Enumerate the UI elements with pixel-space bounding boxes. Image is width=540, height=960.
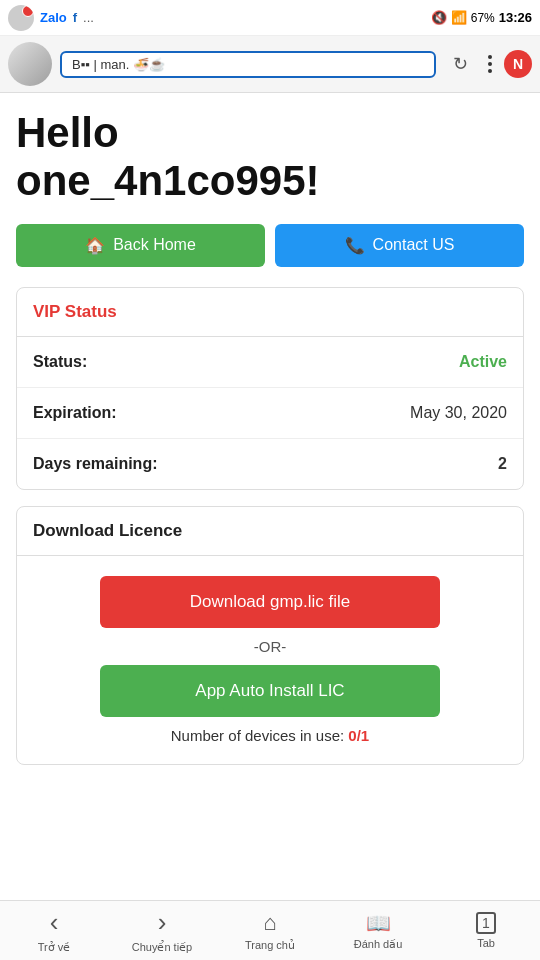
nav-bookmark[interactable]: 📖 Đánh dấu bbox=[324, 911, 432, 951]
contact-us-label: Contact US bbox=[373, 236, 455, 254]
nav-back-icon: ‹ bbox=[50, 907, 59, 938]
browser-bar: B▪▪ | man. 🍜☕ ↻ N bbox=[0, 36, 540, 93]
status-bar: Zalo f ... 🔇 📶 67% 13:26 bbox=[0, 0, 540, 36]
browser-avatar bbox=[8, 42, 52, 86]
back-home-button[interactable]: 🏠 Back Home bbox=[16, 224, 265, 267]
facebook-icon: f bbox=[73, 10, 77, 25]
days-remaining-row: Days remaining: 2 bbox=[17, 439, 523, 489]
profile-avatar bbox=[8, 5, 34, 31]
main-content: Hello one_4n1co995! 🏠 Back Home 📞 Contac… bbox=[0, 93, 540, 857]
nav-back[interactable]: ‹ Trở về bbox=[0, 907, 108, 954]
battery-text: 67% bbox=[471, 11, 495, 25]
devices-value: 0/1 bbox=[348, 727, 369, 744]
reload-button[interactable]: ↻ bbox=[444, 48, 476, 80]
vip-card-header: VIP Status bbox=[17, 288, 523, 337]
nav-forward[interactable]: › Chuyển tiếp bbox=[108, 907, 216, 954]
download-gmp-button[interactable]: Download gmp.lic file bbox=[100, 576, 440, 628]
notification-badge: N bbox=[504, 50, 532, 78]
expiration-label: Expiration: bbox=[33, 404, 117, 422]
download-card-header: Download Licence bbox=[17, 507, 523, 556]
contact-us-button[interactable]: 📞 Contact US bbox=[275, 224, 524, 267]
app-icons: Zalo f ... bbox=[40, 10, 94, 25]
expiration-row: Expiration: May 30, 2020 bbox=[17, 388, 523, 439]
signal-icon: 📶 bbox=[451, 10, 467, 25]
auto-install-button[interactable]: App Auto Install LIC bbox=[100, 665, 440, 717]
zalo-icon: Zalo bbox=[40, 10, 67, 25]
phone-icon: 📞 bbox=[345, 236, 365, 255]
action-buttons: 🏠 Back Home 📞 Contact US bbox=[16, 224, 524, 267]
mute-icon: 🔇 bbox=[431, 10, 447, 25]
nav-tab-icon: 1 bbox=[476, 912, 496, 934]
nav-back-label: Trở về bbox=[38, 941, 71, 954]
status-row: Status: Active bbox=[17, 337, 523, 388]
nav-home-icon: ⌂ bbox=[263, 910, 276, 936]
status-value: Active bbox=[459, 353, 507, 371]
nav-forward-icon: › bbox=[158, 907, 167, 938]
nav-home[interactable]: ⌂ Trang chủ bbox=[216, 910, 324, 952]
days-remaining-label: Days remaining: bbox=[33, 455, 157, 473]
browser-menu-button[interactable] bbox=[484, 51, 496, 77]
status-left: Zalo f ... bbox=[8, 5, 94, 31]
devices-in-use-text: Number of devices in use: 0/1 bbox=[171, 727, 369, 744]
greeting-text: Hello one_4n1co995! bbox=[16, 109, 524, 206]
download-licence-card: Download Licence Download gmp.lic file -… bbox=[16, 506, 524, 765]
vip-status-card: VIP Status Status: Active Expiration: Ma… bbox=[16, 287, 524, 490]
nav-tab[interactable]: 1 Tab bbox=[432, 912, 540, 949]
greeting-line1: Hello bbox=[16, 109, 119, 156]
or-divider: -OR- bbox=[254, 638, 287, 655]
status-icons: 🔇 📶 67% 13:26 bbox=[431, 10, 532, 25]
url-bar[interactable]: B▪▪ | man. 🍜☕ bbox=[60, 51, 436, 78]
days-remaining-value: 2 bbox=[498, 455, 507, 473]
download-card-body: Download gmp.lic file -OR- App Auto Inst… bbox=[17, 556, 523, 764]
ellipsis-icon: ... bbox=[83, 10, 94, 25]
bottom-navigation: ‹ Trở về › Chuyển tiếp ⌂ Trang chủ 📖 Đán… bbox=[0, 900, 540, 960]
greeting-line2: one_4n1co995! bbox=[16, 157, 319, 204]
nav-bookmark-icon: 📖 bbox=[366, 911, 391, 935]
devices-label: Number of devices in use: bbox=[171, 727, 349, 744]
status-label: Status: bbox=[33, 353, 87, 371]
nav-home-label: Trang chủ bbox=[245, 939, 295, 952]
nav-forward-label: Chuyển tiếp bbox=[132, 941, 192, 954]
back-home-label: Back Home bbox=[113, 236, 196, 254]
nav-bookmark-label: Đánh dấu bbox=[354, 938, 403, 951]
home-icon: 🏠 bbox=[85, 236, 105, 255]
expiration-value: May 30, 2020 bbox=[410, 404, 507, 422]
time-display: 13:26 bbox=[499, 10, 532, 25]
nav-tab-label: Tab bbox=[477, 937, 495, 949]
